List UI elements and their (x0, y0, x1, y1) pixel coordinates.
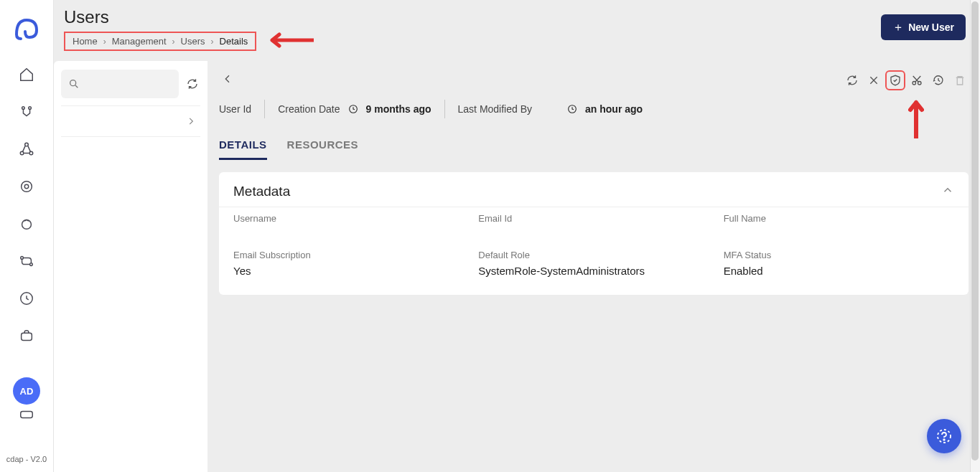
refresh-button[interactable] (844, 72, 861, 89)
tab-resources[interactable]: RESOURCES (287, 138, 359, 160)
clock-icon[interactable] (17, 288, 37, 308)
meta-label: Email Subscription (233, 250, 464, 260)
svg-point-8 (21, 257, 24, 260)
chevron-right-icon: › (103, 37, 106, 47)
svg-point-7 (22, 220, 32, 230)
clock-icon (566, 103, 578, 115)
back-button[interactable] (219, 70, 236, 90)
crumb-home[interactable]: Home (73, 36, 98, 47)
meta-value: SystemRole-SystemAdministrators (478, 265, 645, 277)
meta-username: Username (233, 213, 464, 228)
history-button[interactable] (930, 72, 947, 89)
help-fab[interactable] (927, 419, 961, 453)
crumb-details: Details (220, 36, 248, 47)
crumb-management[interactable]: Management (112, 36, 167, 47)
meta-emailsub: Email Subscription Yes (233, 250, 464, 278)
nodes-icon[interactable] (17, 139, 37, 159)
meta-label: MFA Status (724, 250, 954, 260)
crumb-users[interactable]: Users (181, 36, 205, 47)
annotation-arrow-left (263, 32, 314, 51)
search-box[interactable] (61, 70, 179, 98)
chevron-right-icon: › (172, 37, 175, 47)
svg-point-19 (943, 439, 945, 440)
collapse-button[interactable] (941, 184, 954, 199)
details-panel: User Id Creation Date 9 months ago Last … (207, 61, 980, 472)
new-user-label: New User (908, 22, 954, 33)
meta-mfa: MFA Status Enabled (724, 250, 954, 278)
avatar[interactable]: AD (13, 377, 40, 405)
filter-icon[interactable] (17, 102, 37, 122)
annotation-arrow-up (908, 95, 924, 141)
version-label: cdap - V2.0 (6, 455, 47, 463)
svg-point-1 (29, 107, 32, 110)
cut-button[interactable] (908, 72, 925, 89)
svg-point-0 (22, 107, 25, 110)
clock-icon (347, 103, 359, 115)
body-row: User Id Creation Date 9 months ago Last … (54, 61, 980, 472)
delete-button[interactable] (951, 72, 969, 89)
home-icon[interactable] (17, 65, 37, 85)
globe-icon[interactable] (17, 214, 37, 234)
svg-point-5 (22, 181, 32, 192)
list-panel (54, 61, 207, 472)
modified-by-label: Last Modified By (458, 103, 533, 115)
meta-value: Enabled (724, 265, 763, 277)
meta-value: Yes (233, 265, 251, 277)
page-title: Users (64, 7, 307, 27)
main: Users Home › Management › Users › Detail… (54, 0, 980, 472)
app-logo (11, 11, 42, 43)
meta-email: Email Id (478, 213, 709, 228)
header: Users Home › Management › Users › Detail… (54, 0, 980, 51)
creation-date-value: 9 months ago (366, 103, 431, 115)
briefcase-icon[interactable] (17, 326, 37, 346)
scrollbar-thumb[interactable] (971, 1, 979, 461)
meta-label: Default Role (478, 250, 709, 260)
meta-label: Username (233, 213, 464, 224)
scrollbar[interactable] (970, 0, 980, 472)
avatar-initials: AD (20, 386, 34, 397)
tab-details[interactable]: DETAILS (219, 138, 267, 160)
left-rail: AD cdap - V2.0 (0, 0, 54, 472)
rail-icons: AD (13, 65, 40, 405)
list-item[interactable] (61, 105, 200, 137)
svg-rect-12 (21, 411, 33, 417)
metadata-card: Metadata Username Email Id (219, 172, 969, 295)
gear-icon[interactable] (17, 176, 37, 197)
svg-point-9 (30, 263, 33, 266)
svg-point-13 (70, 80, 76, 86)
meta-role: Default Role SystemRole-SystemAdministra… (478, 250, 709, 278)
search-icon (68, 77, 80, 90)
chevron-right-icon: › (211, 37, 214, 47)
svg-rect-11 (22, 333, 32, 340)
modified-value: an hour ago (585, 103, 643, 115)
meta-label: Full Name (724, 213, 954, 224)
chevron-right-icon (186, 116, 196, 126)
collapse-icon[interactable] (17, 410, 37, 422)
svg-point-2 (25, 143, 29, 146)
flow-icon[interactable] (17, 251, 37, 271)
close-button[interactable] (865, 72, 882, 89)
svg-point-6 (24, 184, 29, 189)
tabs: DETAILS RESOURCES (219, 138, 969, 161)
meta-label: Email Id (478, 213, 709, 224)
user-id-label: User Id (219, 103, 251, 115)
breadcrumb: Home › Management › Users › Details (64, 32, 256, 51)
shield-button[interactable] (887, 72, 904, 89)
info-row: User Id Creation Date 9 months ago Last … (219, 100, 969, 126)
card-title: Metadata (233, 184, 290, 199)
refresh-list-button[interactable] (185, 76, 200, 92)
meta-fullname: Full Name (724, 213, 954, 228)
search-input[interactable] (80, 78, 172, 90)
new-user-button[interactable]: ＋ New User (881, 14, 966, 40)
creation-date-label: Creation Date (278, 103, 340, 115)
action-toolbar (844, 72, 969, 89)
